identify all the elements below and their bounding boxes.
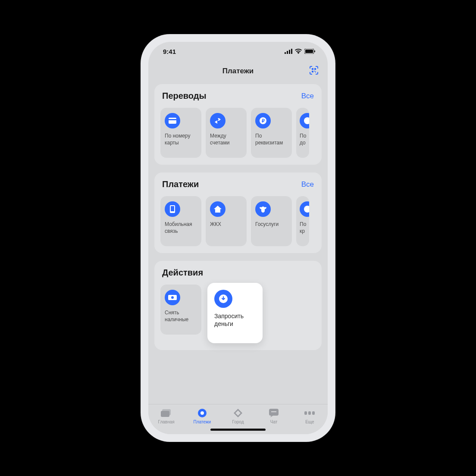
tile-label: Мобильная связь bbox=[165, 221, 197, 235]
tab-label: Еще bbox=[305, 420, 314, 424]
tab-home[interactable]: Главная bbox=[151, 408, 182, 424]
section-payments: Платежи Все Мобильная связь ЖКХ bbox=[154, 172, 322, 253]
swap-icon bbox=[210, 113, 225, 128]
tab-label: Главная bbox=[158, 420, 175, 424]
svg-rect-29 bbox=[304, 411, 307, 415]
grid-icon bbox=[304, 408, 315, 418]
generic-icon bbox=[300, 113, 309, 128]
svg-point-21 bbox=[171, 296, 174, 299]
generic-icon bbox=[300, 201, 309, 217]
cash-icon bbox=[165, 290, 180, 305]
svg-rect-9 bbox=[312, 71, 313, 72]
section-actions-title: Действия bbox=[162, 268, 203, 278]
svg-rect-28 bbox=[271, 411, 276, 412]
content[interactable]: Переводы Все По номеру карты Межд bbox=[148, 81, 328, 404]
section-transfers-all-link[interactable]: Все bbox=[301, 92, 314, 100]
svg-point-16 bbox=[304, 117, 309, 124]
svg-rect-12 bbox=[169, 118, 176, 124]
tab-label: Город bbox=[232, 420, 244, 424]
svg-rect-30 bbox=[308, 411, 311, 415]
tab-label: Чат bbox=[270, 420, 278, 424]
card-icon bbox=[165, 113, 180, 128]
status-bar: 9:41 bbox=[148, 42, 328, 61]
tile-label: Снять наличные bbox=[165, 310, 197, 323]
svg-rect-10 bbox=[314, 71, 315, 72]
tab-chat[interactable]: Чат bbox=[258, 408, 289, 424]
svg-rect-31 bbox=[312, 411, 315, 415]
svg-rect-5 bbox=[305, 50, 313, 53]
svg-rect-1 bbox=[287, 51, 288, 54]
transfer-tile-card-number[interactable]: По номеру карты bbox=[160, 108, 201, 158]
phone-frame: 9:41 Платежи bbox=[141, 34, 335, 442]
tile-label: По кр bbox=[300, 221, 309, 235]
nav-bar: Платежи bbox=[148, 61, 328, 81]
page-title: Платежи bbox=[222, 67, 254, 75]
section-transfers: Переводы Все По номеру карты Межд bbox=[154, 84, 322, 165]
svg-rect-0 bbox=[285, 52, 286, 54]
home-indicator[interactable] bbox=[210, 429, 266, 431]
phone-icon bbox=[165, 201, 180, 217]
house-icon bbox=[210, 201, 225, 217]
tab-city[interactable]: Город bbox=[222, 408, 254, 424]
chat-icon bbox=[269, 408, 279, 418]
svg-rect-2 bbox=[289, 50, 290, 54]
tile-label: Госуслуги bbox=[255, 221, 288, 228]
status-time: 9:41 bbox=[163, 48, 176, 55]
svg-rect-11 bbox=[315, 72, 316, 72]
download-circle-icon bbox=[214, 290, 232, 308]
svg-rect-18 bbox=[171, 206, 174, 211]
qr-scan-button[interactable] bbox=[309, 65, 319, 77]
svg-rect-7 bbox=[312, 68, 313, 70]
action-tile-request-money[interactable]: Запросить деньги bbox=[207, 283, 263, 343]
payment-tile-more[interactable]: По кр bbox=[296, 196, 309, 246]
section-actions: Действия Снять наличные Запросить деньги bbox=[154, 261, 322, 350]
svg-rect-6 bbox=[314, 50, 315, 52]
payment-tile-utilities[interactable]: ЖКХ bbox=[206, 196, 247, 246]
svg-rect-3 bbox=[291, 49, 292, 54]
tile-label: По реквизитам bbox=[255, 133, 288, 146]
transfer-tile-requisites[interactable]: ₽ По реквизитам bbox=[251, 108, 292, 158]
transfer-tile-more[interactable]: По до bbox=[296, 108, 309, 158]
tab-more[interactable]: Еще bbox=[294, 408, 325, 424]
wifi-icon bbox=[295, 48, 302, 55]
circle-icon bbox=[197, 408, 207, 418]
svg-point-19 bbox=[304, 206, 309, 213]
section-transfers-title: Переводы bbox=[162, 91, 207, 101]
battery-icon bbox=[304, 48, 316, 55]
tile-label: По номеру карты bbox=[165, 133, 197, 146]
svg-rect-8 bbox=[314, 68, 316, 70]
svg-rect-13 bbox=[169, 119, 176, 120]
tile-label: По до bbox=[300, 133, 309, 146]
svg-rect-24 bbox=[161, 411, 169, 417]
tab-label: Платежи bbox=[194, 420, 211, 424]
cellular-icon bbox=[285, 48, 292, 55]
transfer-tile-between-accounts[interactable]: Между счетами bbox=[206, 108, 247, 158]
tab-payments[interactable]: Платежи bbox=[187, 408, 218, 424]
action-tile-withdraw-cash[interactable]: Снять наличные bbox=[160, 285, 201, 335]
section-payments-all-link[interactable]: Все bbox=[301, 180, 314, 189]
diamond-icon bbox=[233, 408, 243, 418]
svg-text:₽: ₽ bbox=[262, 118, 265, 123]
screen: 9:41 Платежи bbox=[148, 42, 328, 434]
eagle-icon bbox=[255, 201, 271, 217]
card-stack-icon bbox=[161, 408, 172, 418]
payment-tile-mobile[interactable]: Мобильная связь bbox=[160, 196, 201, 246]
section-payments-title: Платежи bbox=[162, 179, 199, 189]
payment-tile-gosuslugi[interactable]: Госуслуги bbox=[251, 196, 292, 246]
tile-label: Между счетами bbox=[210, 133, 242, 146]
tile-label: Запросить деньги bbox=[214, 312, 256, 328]
ruble-icon: ₽ bbox=[255, 113, 271, 128]
svg-point-26 bbox=[200, 411, 204, 415]
tile-label: ЖКХ bbox=[210, 221, 242, 228]
